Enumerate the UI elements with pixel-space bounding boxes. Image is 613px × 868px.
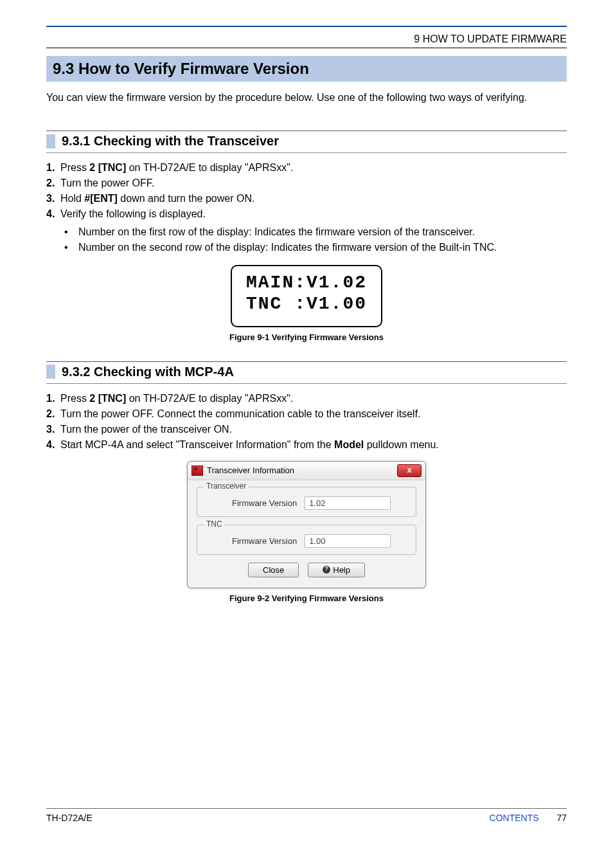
- transceiver-info-dialog: Transceiver Information x Transceiver Fi…: [187, 461, 426, 588]
- list-item: Number on the first row of the display: …: [64, 226, 567, 238]
- close-button[interactable]: Close: [248, 563, 299, 577]
- fw-label: Firmware Version: [232, 536, 297, 546]
- bullets-931: Number on the first row of the display: …: [64, 226, 567, 253]
- lcd-line-1: MAIN:V1.02: [246, 273, 367, 293]
- help-icon: [323, 566, 330, 574]
- subsection-931-heading: 9.3.1 Checking with the Transceiver: [46, 131, 567, 153]
- steps-list-932: 1. Press 2 [TNC] on TH-D72A/E to display…: [46, 393, 567, 451]
- subsection-932-title: 9.3.2 Checking with MCP-4A: [62, 365, 234, 379]
- group-tnc: TNC Firmware Version 1.00: [197, 525, 416, 555]
- dialog-titlebar: Transceiver Information x: [188, 462, 425, 480]
- figure-9-1-caption: Figure 9-1 Verifying Firmware Versions: [46, 332, 567, 342]
- list-item: 4. Verify the following is displayed.: [46, 208, 567, 220]
- heading-accent-bar: [46, 365, 55, 379]
- list-item: Number on the second row of the display:…: [64, 242, 567, 253]
- footer-model: TH-D72A/E: [46, 813, 93, 823]
- tnc-fw-value: 1.00: [305, 534, 391, 548]
- group-legend-tnc: TNC: [204, 520, 225, 529]
- lcd-line-2: TNC :V1.00: [246, 294, 367, 314]
- lcd-display: MAIN:V1.02 TNC :V1.00: [231, 265, 382, 327]
- list-item: 3. Hold #[ENT] down and turn the power O…: [46, 193, 567, 204]
- section-title-bar: 9.3 How to Verify Firmware Version: [46, 56, 567, 82]
- fw-label: Firmware Version: [232, 498, 297, 508]
- help-button[interactable]: Help: [308, 563, 365, 577]
- help-button-label: Help: [333, 565, 350, 575]
- list-item: 3. Turn the power of the transceiver ON.: [46, 424, 567, 435]
- chapter-header: 9 HOW TO UPDATE FIRMWARE: [46, 31, 567, 48]
- steps-list-931: 1. Press 2 [TNC] on TH-D72A/E to display…: [46, 162, 567, 220]
- heading-accent-bar: [46, 134, 55, 149]
- list-item: 2. Turn the power OFF.: [46, 177, 567, 189]
- list-item: 1. Press 2 [TNC] on TH-D72A/E to display…: [46, 162, 567, 174]
- dialog-title: Transceiver Information: [207, 466, 294, 475]
- contents-link[interactable]: CONTENTS: [490, 813, 539, 823]
- group-legend-transceiver: Transceiver: [204, 482, 249, 491]
- page-number: 77: [556, 813, 567, 823]
- list-item: 4. Start MCP-4A and select "Transceiver …: [46, 439, 567, 451]
- subsection-932-heading: 9.3.2 Checking with MCP-4A: [46, 361, 567, 384]
- section-intro: You can view the firmware version by the…: [46, 91, 567, 105]
- figure-9-2-caption: Figure 9-2 Verifying Firmware Versions: [46, 593, 567, 603]
- group-transceiver: Transceiver Firmware Version 1.02: [197, 487, 416, 517]
- list-item: 1. Press 2 [TNC] on TH-D72A/E to display…: [46, 393, 567, 404]
- list-item: 2. Turn the power OFF. Connect the commu…: [46, 408, 567, 420]
- subsection-931-title: 9.3.1 Checking with the Transceiver: [62, 134, 279, 149]
- close-button[interactable]: x: [397, 464, 422, 477]
- app-icon: [191, 466, 203, 476]
- transceiver-fw-value: 1.02: [305, 496, 391, 510]
